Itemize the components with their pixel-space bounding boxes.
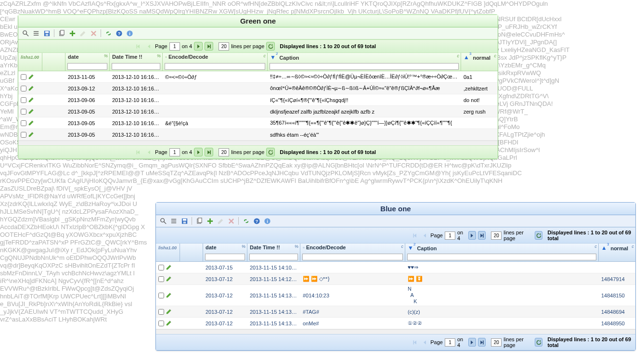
page-input[interactable]: [169, 42, 180, 51]
lines-input[interactable]: [491, 338, 502, 347]
last-page-icon[interactable]: [478, 338, 486, 347]
lines-input[interactable]: [491, 231, 502, 240]
row-select[interactable]: [18, 85, 42, 92]
row-checkbox[interactable]: [158, 276, 164, 282]
pencil-icon[interactable]: [28, 131, 35, 138]
pencil-icon[interactable]: [28, 85, 35, 91]
pencil-icon[interactable]: [28, 96, 35, 103]
row-select[interactable]: [18, 108, 42, 116]
link-icon[interactable]: [242, 217, 250, 225]
refresh-icon[interactable]: [266, 42, 275, 51]
row-checkbox[interactable]: [21, 86, 26, 91]
pencil-icon[interactable]: [166, 275, 172, 282]
row-checkbox[interactable]: [21, 120, 26, 126]
prev-page-icon[interactable]: [144, 42, 153, 51]
copy-icon[interactable]: [195, 217, 204, 225]
copy-icon[interactable]: [57, 29, 66, 38]
next-page-icon[interactable]: [194, 42, 203, 51]
col-caption[interactable]: ▼2 Captionc: [405, 244, 599, 261]
save-icon[interactable]: [180, 217, 189, 225]
row-select[interactable]: [156, 275, 180, 283]
row-checkbox[interactable]: [158, 321, 164, 326]
filter-caption[interactable]: [407, 254, 596, 260]
last-page-icon[interactable]: [478, 231, 486, 240]
refresh-icon[interactable]: [535, 231, 542, 240]
row-checkbox[interactable]: [158, 293, 164, 298]
col-datetime[interactable]: Date Time !!%: [247, 244, 300, 261]
col-date[interactable]: date%: [203, 244, 247, 261]
help-icon[interactable]: ?: [252, 217, 261, 225]
col-encode[interactable]: ◦ Encode/Decodec: [163, 53, 268, 71]
page-input[interactable]: [169, 148, 180, 156]
row-checkbox[interactable]: [158, 265, 164, 270]
link-icon[interactable]: [104, 29, 113, 38]
col-normal[interactable]: ▲3 normalc: [599, 244, 635, 261]
col-encode[interactable]: ◦ Encode/Decodec: [300, 244, 405, 261]
pencil-icon[interactable]: [166, 292, 172, 298]
pencil-icon[interactable]: [166, 264, 172, 270]
delete-icon[interactable]: [227, 217, 235, 225]
filter-encode[interactable]: [165, 63, 265, 70]
page-input[interactable]: [445, 231, 455, 240]
save-icon[interactable]: [42, 29, 51, 38]
row-checkbox[interactable]: [21, 97, 26, 103]
filter-date[interactable]: [205, 254, 245, 260]
add-icon[interactable]: [68, 29, 77, 38]
col-datetime[interactable]: Date Time !!%: [110, 53, 163, 71]
add-icon[interactable]: [206, 217, 214, 225]
row-select[interactable]: [156, 308, 180, 316]
col-date[interactable]: date%: [65, 53, 110, 71]
list-icon[interactable]: [169, 217, 178, 225]
refresh-icon[interactable]: [266, 148, 275, 156]
lines-input[interactable]: [219, 148, 229, 156]
h-scrollbar[interactable]: [18, 141, 498, 145]
magnify-icon[interactable]: [21, 29, 30, 38]
filter-caption[interactable]: [270, 63, 459, 70]
first-page-icon[interactable]: [134, 148, 142, 156]
col-caption[interactable]: ▼2 Captionc: [268, 53, 461, 71]
refresh-icon[interactable]: [535, 338, 542, 347]
delete-icon[interactable]: [89, 29, 98, 38]
page-input[interactable]: [445, 338, 455, 347]
next-page-icon[interactable]: [468, 338, 476, 347]
col-normal[interactable]: ▲3 normalc: [461, 53, 498, 71]
prev-page-icon[interactable]: [144, 148, 153, 156]
first-page-icon[interactable]: [411, 231, 419, 240]
row-select[interactable]: [156, 320, 180, 327]
prev-page-icon[interactable]: [421, 338, 428, 347]
prev-page-icon[interactable]: [421, 231, 428, 240]
filter-encode[interactable]: [302, 254, 403, 260]
pencil-icon[interactable]: [28, 108, 35, 115]
row-checkbox[interactable]: [21, 109, 26, 115]
first-page-icon[interactable]: [134, 42, 142, 51]
row-checkbox[interactable]: [21, 74, 26, 80]
pencil-icon[interactable]: [166, 308, 172, 315]
row-select[interactable]: [156, 264, 180, 271]
row-select[interactable]: [18, 119, 42, 127]
magnify-icon[interactable]: [159, 217, 167, 225]
filter-date[interactable]: [67, 63, 107, 70]
first-page-icon[interactable]: [411, 338, 419, 347]
info-icon[interactable]: i: [125, 29, 134, 38]
row-select[interactable]: [18, 131, 42, 139]
edit-icon[interactable]: [78, 29, 87, 38]
row-checkbox[interactable]: [158, 309, 164, 315]
row-select[interactable]: [18, 96, 42, 104]
pencil-icon[interactable]: [166, 320, 172, 326]
next-page-icon[interactable]: [468, 231, 476, 240]
last-page-icon[interactable]: [205, 148, 213, 156]
pencil-icon[interactable]: [28, 73, 35, 80]
row-select[interactable]: [156, 292, 180, 299]
lines-input[interactable]: [219, 42, 229, 51]
help-icon[interactable]: ?: [115, 29, 123, 38]
pencil-icon[interactable]: [28, 119, 35, 126]
info-icon[interactable]: i: [263, 217, 271, 225]
row-checkbox[interactable]: [21, 132, 26, 138]
row-select[interactable]: [18, 73, 42, 81]
h-scrollbar[interactable]: [156, 329, 635, 334]
last-page-icon[interactable]: [205, 42, 213, 51]
filter-datetime[interactable]: [249, 254, 298, 260]
edit-icon[interactable]: [216, 217, 225, 225]
filter-datetime[interactable]: [112, 63, 160, 70]
next-page-icon[interactable]: [194, 148, 203, 156]
